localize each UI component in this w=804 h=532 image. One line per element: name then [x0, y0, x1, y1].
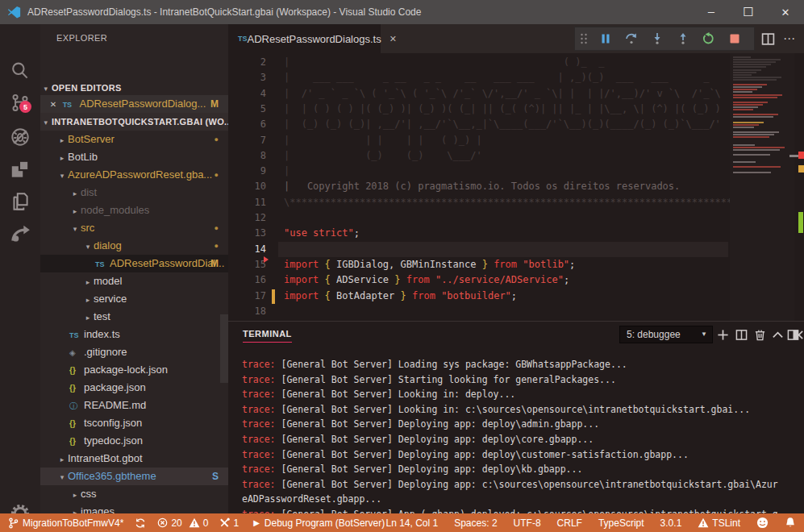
maximize-panel-icon[interactable]	[770, 327, 785, 342]
tree-item-src[interactable]: ▾src●	[40, 219, 228, 237]
step-into-icon[interactable]	[646, 31, 669, 47]
chevron-down-icon: ▼	[701, 326, 707, 343]
tree-item-azureadpasswordreset-gba-[interactable]: ▾AzureADPasswordReset.gba...●	[40, 166, 228, 184]
open-editors-header[interactable]: ▾OPEN EDITORS	[40, 79, 228, 97]
tree-item-dist[interactable]: ▸dist	[40, 184, 228, 202]
gitignore-file-icon: ◈	[69, 344, 84, 361]
tree-item-label: service	[94, 293, 127, 305]
code-line[interactable]: | (_) (_) (_)| ,__/'| ,__/'`\__,_|`\____…	[284, 117, 735, 132]
tree-item-test[interactable]: ▸test	[40, 308, 228, 326]
errors-item[interactable]: 20	[157, 513, 181, 532]
debug-program-item[interactable]: ▶ Debug Program (BotServer)	[253, 513, 385, 532]
debug-toolbar	[574, 27, 755, 51]
terminal-output[interactable]: trace: [General Bot Server] Loading sys …	[228, 349, 804, 514]
step-out-icon[interactable]	[672, 31, 694, 47]
code-line[interactable]: | | ( ) ( ) |( (_) )| (_) )( (_| || (_( …	[284, 102, 735, 117]
code-line[interactable]: "use strict";	[284, 226, 735, 241]
new-terminal-icon[interactable]	[715, 327, 730, 342]
search-icon[interactable]	[9, 60, 31, 82]
stop-icon[interactable]	[723, 31, 746, 47]
code-line[interactable]: import { BotAdapter } from "botbuilder";	[284, 289, 735, 304]
tree-item-adresetpassworddial-[interactable]: TSADResetPasswordDial...M	[40, 255, 228, 272]
tree-item-botlib[interactable]: ▸BotLib	[40, 148, 228, 166]
line-number: 16	[228, 272, 266, 288]
terminal-line: trace: [General Bot Server] Loading sys …	[228, 357, 804, 372]
code-editor[interactable]: 2| ( )_ _ |3| ___ ___ _ __ _ _ __ ___ __…	[228, 53, 804, 321]
tree-item-office365-gbtheme[interactable]: ▾Office365.gbthemeS	[40, 468, 228, 485]
workspace-header[interactable]: ▾INTRANETBOTQUICKSTART.GBAI (WO...	[40, 113, 228, 131]
code-line[interactable]	[284, 304, 735, 319]
cursor-position-item[interactable]: Ln 14, Col 1	[385, 513, 438, 532]
tree-item-readme-md[interactable]: ⓘREADME.md	[40, 397, 228, 414]
tree-item-model[interactable]: ▸model	[40, 272, 228, 290]
extensions-icon[interactable]	[9, 158, 31, 181]
tree-item-node-modules[interactable]: ▸node_modules	[40, 202, 228, 219]
notifications-bell-icon[interactable]	[785, 513, 796, 532]
sync-item[interactable]	[135, 513, 146, 532]
open-editor-item[interactable]: ✕ TS ADResetPasswordDialog... M	[40, 95, 228, 113]
code-line[interactable]: import { ADService } from "../service/AD…	[284, 272, 735, 288]
code-line[interactable]: | |	[284, 164, 735, 179]
tools-item[interactable]: 1	[219, 513, 239, 532]
language-mode-item[interactable]: TypeScript	[598, 513, 644, 532]
minimap[interactable]	[730, 53, 794, 321]
code-line[interactable]: | (_) (_) \___/' |	[284, 148, 735, 164]
warnings-item[interactable]: 0	[189, 513, 209, 532]
tree-item-index-ts[interactable]: TSindex.ts	[40, 326, 228, 343]
split-terminal-icon[interactable]	[734, 327, 748, 342]
close-button[interactable]: ✕	[767, 0, 804, 24]
code-line[interactable]: import { IGBDialog, GBMinInstance } from…	[284, 257, 735, 272]
indentation-item[interactable]: Spaces: 2	[454, 513, 497, 532]
code-line[interactable]: | ___ ___ _ __ _ _ __ ___ ___ | ,_)(_) _…	[284, 70, 735, 85]
code-line[interactable]: | | | | | ( )_) | |	[284, 133, 735, 148]
code-line[interactable]: \***************************************…	[284, 195, 735, 210]
tree-item-intranetbot-gbot[interactable]: ▸IntranetBot.gbot	[40, 450, 228, 468]
tree-item-tsconfig-json[interactable]: {}tsconfig.json	[40, 414, 228, 432]
step-over-icon[interactable]	[620, 31, 643, 47]
debug-marker-icon[interactable]	[264, 256, 269, 263]
tree-item--gitignore[interactable]: ◈.gitignore	[40, 343, 228, 361]
ts-version-item[interactable]: 3.0.1	[660, 513, 682, 532]
code-line[interactable]: | ( )_ _ |	[284, 55, 735, 70]
chevron-right-icon: ▸	[56, 451, 68, 468]
tree-item-images[interactable]: ▸images	[40, 503, 228, 513]
maximize-button[interactable]: ☐	[730, 0, 767, 24]
encoding-item[interactable]: UTF-8	[514, 513, 541, 532]
tree-item-package-json[interactable]: {}package.json	[40, 379, 228, 397]
debug-disabled-icon[interactable]	[9, 126, 31, 148]
tslint-item[interactable]: TSLint	[698, 513, 740, 532]
code-line[interactable]	[284, 210, 735, 226]
more-actions-icon[interactable]: ⋯	[783, 31, 796, 46]
pause-icon[interactable]	[594, 31, 617, 47]
restart-icon[interactable]	[698, 31, 720, 47]
code-line[interactable]: | /' _ ` _ `\ ( '_`\ ( '_`\ /'_` \/',__/…	[284, 86, 735, 102]
tree-item-package-lock-json[interactable]: {}package-lock.json	[40, 361, 228, 379]
tab-title: ADResetPasswordDialogs.ts	[248, 33, 381, 45]
terminal-select[interactable]: 5: debuggee ▼	[619, 326, 713, 343]
tab-adresetpassworddialogs[interactable]: TS ADResetPasswordDialogs.ts ✕	[228, 24, 381, 53]
sidebar-scrollbar[interactable]	[220, 314, 228, 383]
tree-item-typedoc-json[interactable]: {}typedoc.json	[40, 432, 228, 450]
tree-item-service[interactable]: ▸service	[40, 290, 228, 308]
close-icon[interactable]: ✕	[47, 96, 60, 114]
code-line[interactable]	[284, 242, 735, 257]
split-editor-icon[interactable]	[761, 32, 775, 46]
terminal-tab[interactable]: TERMINAL	[243, 329, 292, 343]
kill-terminal-icon[interactable]	[752, 327, 767, 342]
feedback-smiley-icon[interactable]	[756, 513, 769, 532]
minimize-button[interactable]: ─	[693, 0, 730, 24]
overview-ruler[interactable]	[794, 53, 804, 321]
tree-item-botserver[interactable]: ▸BotServer●	[40, 131, 228, 148]
close-icon[interactable]: ✕	[390, 34, 397, 44]
tree-item-css[interactable]: ▸css	[40, 485, 228, 503]
share-icon[interactable]	[9, 222, 31, 245]
documents-icon[interactable]	[9, 190, 31, 213]
git-branch-item[interactable]: MigrationToBotFmwV4*	[8, 513, 123, 532]
eol-item[interactable]: CRLF	[557, 513, 582, 532]
tree-item-dialog[interactable]: ▾dialog●	[40, 237, 228, 255]
drag-grip-icon[interactable]	[577, 31, 591, 47]
chevron-down-icon: ▾	[56, 468, 68, 485]
code-line[interactable]: | Copyright 2018 (c) pragmatismo.io. Tod…	[284, 179, 735, 194]
close-panel-x-icon[interactable]	[791, 327, 804, 342]
git-modified-gutter	[272, 289, 275, 304]
